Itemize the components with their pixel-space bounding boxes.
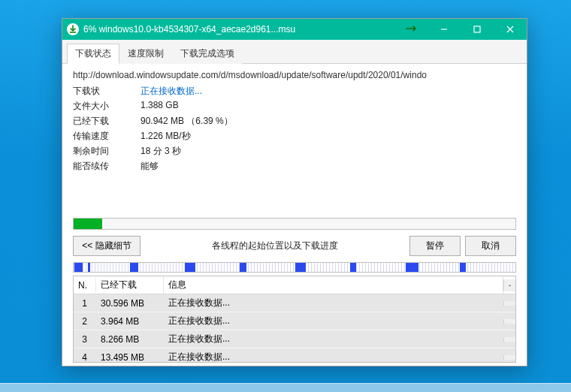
scroll-gutter — [503, 319, 515, 324]
window-title: 6% windows10.0-kb4534307-x64_aecae2d961.… — [83, 24, 397, 35]
value-filesize: 1.388 GB — [140, 100, 516, 113]
segments-bar — [73, 262, 516, 273]
table-row[interactable]: 23.964 MB正在接收数据... — [74, 312, 515, 330]
download-dialog: 6% windows10.0-kb4534307-x64_aecae2d961.… — [62, 18, 527, 366]
segment-chunk — [88, 263, 91, 272]
threads-body: 130.596 MB正在接收数据...23.964 MB正在接收数据...38.… — [74, 294, 515, 362]
overall-progress-fill — [74, 219, 102, 229]
segment-chunk — [460, 263, 466, 272]
table-row[interactable]: 413.495 MB正在接收数据... — [74, 348, 515, 362]
scroll-gutter — [503, 301, 515, 306]
tab-download-status[interactable]: 下载状态 — [67, 44, 119, 64]
segment-chunk — [295, 263, 306, 272]
value-remaining: 18 分 3 秒 — [140, 145, 516, 158]
value-status: 正在接收数据... — [140, 85, 516, 98]
segment-chunk — [185, 263, 195, 272]
label-status: 下载状 — [73, 85, 140, 98]
desktop-taskbar[interactable] — [0, 383, 571, 392]
scroll-gutter — [503, 337, 515, 342]
cell-info: 正在接收数据... — [164, 348, 503, 362]
cell-info: 正在接收数据... — [164, 312, 503, 330]
value-downloaded: 90.942 MB （6.39 %） — [140, 115, 516, 128]
close-button[interactable] — [494, 19, 527, 40]
tab-speed-limit[interactable]: 速度限制 — [119, 44, 172, 64]
segments-hint: 各线程的起始位置以及下载进度 — [145, 240, 405, 252]
threads-table: N. 已经下载 信息 130.596 MB正在接收数据...23.964 MB正… — [73, 276, 516, 363]
label-remaining: 剩余时间 — [73, 145, 140, 158]
segment-chunk — [130, 263, 138, 272]
segment-chunk — [240, 263, 246, 272]
value-speed: 1.226 MB/秒 — [140, 130, 516, 143]
cell-n: 1 — [74, 296, 96, 311]
idm-app-icon — [67, 23, 79, 35]
hide-details-button[interactable]: << 隐藏细节 — [73, 236, 140, 256]
scroll-up-icon[interactable] — [503, 279, 515, 291]
segment-chunk — [74, 263, 83, 272]
col-info[interactable]: 信息 — [164, 276, 503, 294]
value-resume: 能够 — [140, 160, 516, 173]
table-row[interactable]: 130.596 MB正在接收数据... — [74, 294, 515, 312]
cell-n: 4 — [74, 350, 96, 363]
col-n[interactable]: N. — [74, 278, 96, 293]
maximize-button[interactable] — [461, 19, 494, 40]
segment-chunk — [406, 263, 418, 272]
label-filesize: 文件大小 — [73, 100, 140, 113]
download-url: http://download.windowsupdate.com/d/msdo… — [73, 70, 516, 80]
cell-n: 3 — [74, 332, 96, 347]
cell-info: 正在接收数据... — [164, 294, 503, 312]
cell-info: 正在接收数据... — [164, 330, 503, 348]
label-downloaded: 已经下载 — [73, 115, 140, 128]
cell-downloaded: 8.266 MB — [96, 332, 164, 347]
cancel-button[interactable]: 取消 — [465, 236, 516, 256]
scroll-gutter — [503, 355, 515, 360]
cell-downloaded: 30.596 MB — [96, 296, 164, 311]
segment-chunk — [350, 263, 356, 272]
label-speed: 传输速度 — [73, 130, 140, 143]
titlebar[interactable]: 6% windows10.0-kb4534307-x64_aecae2d961.… — [62, 19, 527, 40]
status-panel: http://download.windowsupdate.com/d/msdo… — [62, 64, 527, 366]
tab-strip: 下载状态 速度限制 下载完成选项 — [62, 40, 527, 64]
cell-downloaded: 3.964 MB — [96, 314, 164, 329]
window-controls — [427, 19, 527, 40]
svg-rect-0 — [474, 26, 480, 32]
cell-downloaded: 13.495 MB — [96, 350, 164, 363]
pause-button[interactable]: 暂停 — [409, 236, 461, 256]
cell-n: 2 — [74, 314, 96, 329]
extension-arrow-icon — [397, 24, 427, 35]
label-resume: 能否续传 — [73, 160, 140, 173]
tab-on-complete[interactable]: 下载完成选项 — [172, 44, 243, 64]
threads-header: N. 已经下载 信息 — [74, 276, 515, 294]
info-grid: 下载状 正在接收数据... 文件大小 1.388 GB 已经下载 90.942 … — [73, 85, 516, 173]
table-row[interactable]: 38.266 MB正在接收数据... — [74, 330, 515, 348]
button-row: << 隐藏细节 各线程的起始位置以及下载进度 暂停 取消 — [73, 236, 516, 256]
overall-progress-bar — [73, 218, 516, 230]
col-downloaded[interactable]: 已经下载 — [96, 276, 164, 294]
minimize-button[interactable] — [427, 19, 461, 40]
